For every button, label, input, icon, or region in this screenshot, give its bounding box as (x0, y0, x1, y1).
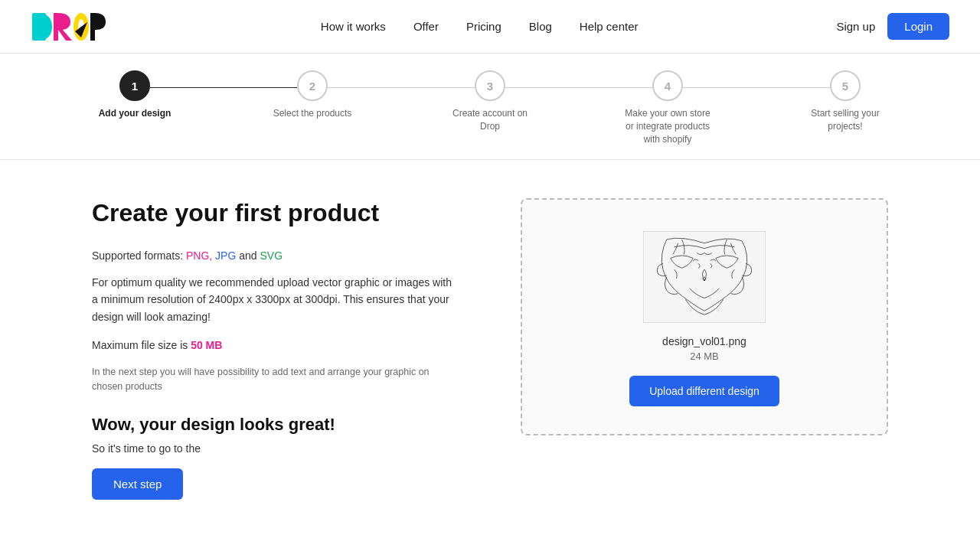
go-to-text: So it's time to go to the (92, 442, 459, 455)
step-3-circle: 3 (475, 70, 505, 101)
max-size: Maximum file size is 50 MB (92, 339, 459, 351)
format-and: and (239, 249, 256, 262)
step-4: 4 Make your own store or integrate produ… (579, 70, 756, 145)
login-button[interactable]: Login (887, 13, 949, 40)
upload-box: design_vol01.png 24 MB Upload different … (521, 198, 888, 435)
wow-title: Wow, your design looks great! (92, 415, 459, 435)
right-panel: design_vol01.png 24 MB Upload different … (521, 198, 888, 435)
quality-text: For optimum quality we recommended uploa… (92, 274, 459, 325)
step-5: 5 Start selling your projects! (756, 70, 934, 133)
svg-rect-1 (54, 13, 58, 41)
step-1: 1 Add your design (46, 70, 224, 120)
step-2-circle: 2 (297, 70, 328, 101)
format-png: PNG, (186, 249, 212, 262)
next-step-button[interactable]: Next step (92, 468, 183, 500)
nav-help-center[interactable]: Help center (580, 20, 639, 33)
design-size: 24 MB (690, 350, 719, 362)
max-size-prefix: Maximum file size is (92, 339, 188, 351)
header: How it works Offer Pricing Blog Help cen… (0, 0, 980, 54)
step-5-label: Start selling your projects! (799, 107, 891, 133)
header-actions: Sign up Login (836, 13, 949, 40)
nav-how-it-works[interactable]: How it works (321, 20, 386, 33)
supported-formats-prefix: Supported formats: (92, 249, 183, 262)
stepper: 1 Add your design 2 Select the products … (0, 54, 980, 160)
step-2-label: Select the products (273, 107, 352, 120)
step-3-label: Create account on Drop (444, 107, 536, 133)
design-preview (643, 231, 766, 323)
max-size-value: 50 MB (191, 339, 222, 351)
left-panel: Create your first product Supported form… (92, 198, 459, 500)
step-3: 3 Create account on Drop (401, 70, 579, 133)
main-content: Create your first product Supported form… (0, 160, 980, 551)
main-nav: How it works Offer Pricing Blog Help cen… (321, 20, 639, 33)
signup-button[interactable]: Sign up (836, 20, 875, 33)
logo (31, 10, 122, 44)
nav-offer[interactable]: Offer (413, 20, 439, 33)
format-svg: SVG (260, 249, 283, 262)
step-4-label: Make your own store or integrate product… (622, 107, 714, 145)
next-step-note: In the next step you will have possibili… (92, 365, 459, 394)
design-filename: design_vol01.png (662, 335, 746, 347)
step-5-circle: 5 (830, 70, 861, 101)
svg-rect-4 (90, 13, 95, 41)
supported-formats: Supported formats: PNG, JPG and SVG (92, 249, 459, 262)
format-jpg: JPG (215, 249, 236, 262)
step-1-circle: 1 (119, 70, 150, 101)
upload-different-design-button[interactable]: Upload different design (629, 376, 779, 406)
step-2: 2 Select the products (224, 70, 401, 120)
step-1-label: Add your design (99, 107, 172, 120)
nav-pricing[interactable]: Pricing (466, 20, 501, 33)
page-title: Create your first product (92, 198, 459, 227)
step-4-circle: 4 (652, 70, 683, 101)
nav-blog[interactable]: Blog (529, 20, 552, 33)
